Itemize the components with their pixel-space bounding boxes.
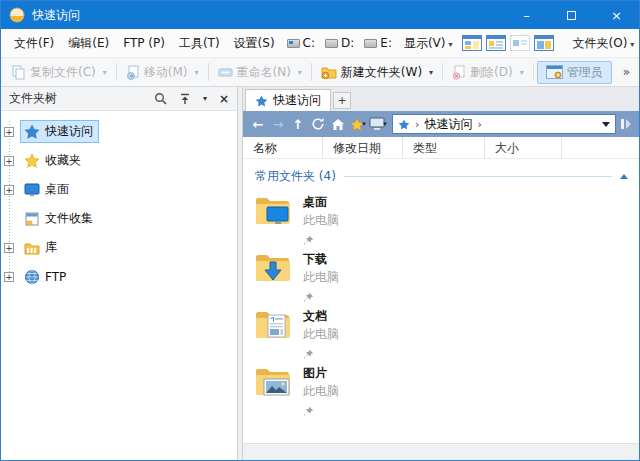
maximize-button[interactable] <box>549 1 594 29</box>
divider <box>533 63 534 81</box>
layout-dual-button[interactable] <box>534 35 554 51</box>
menu-file[interactable]: 文件(F) <box>7 32 61 55</box>
delete-button[interactable]: 删除(D) ▾ <box>446 61 530 84</box>
pane-toggle-icon <box>620 118 632 130</box>
chevron-down-icon: ▾ <box>520 68 524 77</box>
refresh-button[interactable] <box>308 117 328 131</box>
copy-button[interactable]: 复制文件(C) ▾ <box>6 61 113 84</box>
pin-icon <box>303 288 339 307</box>
column-filler <box>562 137 639 158</box>
rename-button[interactable]: 重命名(N) ▾ <box>212 61 308 84</box>
folder-item-documents[interactable]: 文档 此电脑 <box>255 308 631 365</box>
chevron-up-icon[interactable] <box>620 174 628 179</box>
app-icon <box>9 7 25 23</box>
column-size[interactable]: 大小 <box>485 137 562 158</box>
layout-split-button[interactable] <box>510 35 530 51</box>
search-icon[interactable] <box>154 92 167 105</box>
folder-tree: + 快速访问 + 收藏夹 + <box>1 111 237 460</box>
tree-item-ftp[interactable]: + FTP <box>1 262 237 291</box>
folder-tree-header: 文件夹树 ▾ × <box>1 87 237 111</box>
expand-icon[interactable]: + <box>4 185 14 195</box>
file-list: 常用文件夹 (4) <box>243 159 639 443</box>
rename-icon <box>218 66 233 79</box>
home-icon <box>331 118 345 131</box>
address-dropdown-icon[interactable] <box>602 122 610 127</box>
tree-item-favorites[interactable]: + 收藏夹 <box>1 146 237 175</box>
item-name: 图片 <box>303 365 339 382</box>
expand-icon[interactable]: + <box>4 156 14 166</box>
item-name: 文档 <box>303 308 339 325</box>
column-type[interactable]: 类型 <box>403 137 485 158</box>
window-title: 快速访问 <box>32 7 80 24</box>
column-date-modified[interactable]: 修改日期 <box>323 137 403 158</box>
menu-ftp[interactable]: FTP (P) <box>116 33 172 53</box>
drive-c-button[interactable]: C: <box>282 33 320 53</box>
folder-item-desktop[interactable]: 桌面 此电脑 <box>255 194 631 251</box>
folder-item-pictures[interactable]: 图片 此电脑 <box>255 365 631 422</box>
admin-icon <box>546 65 563 79</box>
menu-edit[interactable]: 编辑(E) <box>61 32 116 55</box>
item-name: 桌面 <box>303 194 339 211</box>
new-tab-button[interactable]: + <box>333 92 351 109</box>
item-location: 此电脑 <box>303 383 339 400</box>
tree-item-libraries[interactable]: + 库 <box>1 233 237 262</box>
admin-button[interactable]: 管理员 <box>537 61 612 84</box>
pane-toggle-button[interactable] <box>620 118 634 130</box>
home-button[interactable] <box>328 118 348 131</box>
forward-button[interactable]: → <box>268 117 288 132</box>
item-location: 此电脑 <box>303 269 339 286</box>
folder-item-downloads[interactable]: 下载 此电脑 <box>255 251 631 308</box>
up-button[interactable]: ↑ <box>288 117 308 132</box>
layout-quad-button[interactable] <box>462 35 482 51</box>
tab-quick-access[interactable]: 快速访问 <box>245 89 331 111</box>
copy-icon <box>12 65 26 80</box>
title-bar: 快速访问 – × <box>1 1 639 29</box>
minimize-button[interactable]: – <box>504 1 549 29</box>
layout-dual-icon <box>534 35 554 51</box>
expand-icon[interactable]: + <box>4 243 14 253</box>
expand-icon[interactable]: + <box>4 272 14 282</box>
column-name[interactable]: 名称 <box>243 137 323 158</box>
layout-split-icon <box>510 35 530 51</box>
pin-icon <box>303 231 339 250</box>
move-button[interactable]: 移动(M) ▾ <box>120 61 205 84</box>
back-button[interactable]: ← <box>248 117 268 132</box>
close-panel-icon[interactable]: × <box>219 92 229 106</box>
group-divider <box>344 176 612 177</box>
toolbar-overflow-icon[interactable]: » <box>623 65 634 79</box>
downloads-folder-icon <box>255 252 291 285</box>
computer-button[interactable]: ▾ <box>368 117 388 131</box>
address-bar[interactable]: › 快速访问 › <box>392 114 616 134</box>
item-location: 此电脑 <box>303 326 339 343</box>
tree-item-desktop[interactable]: + 桌面 <box>1 175 237 204</box>
breadcrumb[interactable]: 快速访问 <box>424 116 472 133</box>
close-button[interactable]: × <box>594 1 639 29</box>
horizontal-scrollbar[interactable] <box>243 443 639 460</box>
drive-d-button[interactable]: D: <box>320 33 359 53</box>
move-icon <box>126 65 140 80</box>
collapse-to-top-icon[interactable] <box>179 93 191 105</box>
new-folder-icon <box>321 65 337 79</box>
menu-tools[interactable]: 工具(T) <box>172 32 227 55</box>
drive-e-button[interactable]: E: <box>359 33 397 53</box>
folder-tree-title: 文件夹树 <box>9 90 57 107</box>
tree-item-file-collection[interactable]: 文件收集 <box>1 204 237 233</box>
chevron-down-icon: ▾ <box>194 68 198 77</box>
menu-folders[interactable]: 文件夹(O)▾ <box>566 32 640 55</box>
delete-icon <box>452 65 466 80</box>
menu-settings[interactable]: 设置(S) <box>227 32 282 55</box>
app-window: 快速访问 – × 文件(F) 编辑(E) FTP (P) 工具(T) 设置(S)… <box>0 0 640 461</box>
chevron-down-icon[interactable]: ▾ <box>203 94 207 103</box>
group-title: 常用文件夹 (4) <box>255 168 336 185</box>
new-folder-button[interactable]: 新建文件夹(W) ▾ <box>315 61 439 84</box>
divider <box>442 63 443 81</box>
favorites-button[interactable]: ▾ <box>348 118 368 131</box>
group-header[interactable]: 常用文件夹 (4) <box>255 168 631 185</box>
tree-item-quick-access[interactable]: + 快速访问 <box>1 117 237 146</box>
drive-icon <box>364 39 377 48</box>
menu-view[interactable]: 显示(V)▾ <box>397 32 460 55</box>
chevron-down-icon: ▾ <box>429 68 433 77</box>
drive-icon <box>287 39 300 48</box>
expand-icon[interactable]: + <box>4 127 14 137</box>
layout-list-button[interactable] <box>486 35 506 51</box>
